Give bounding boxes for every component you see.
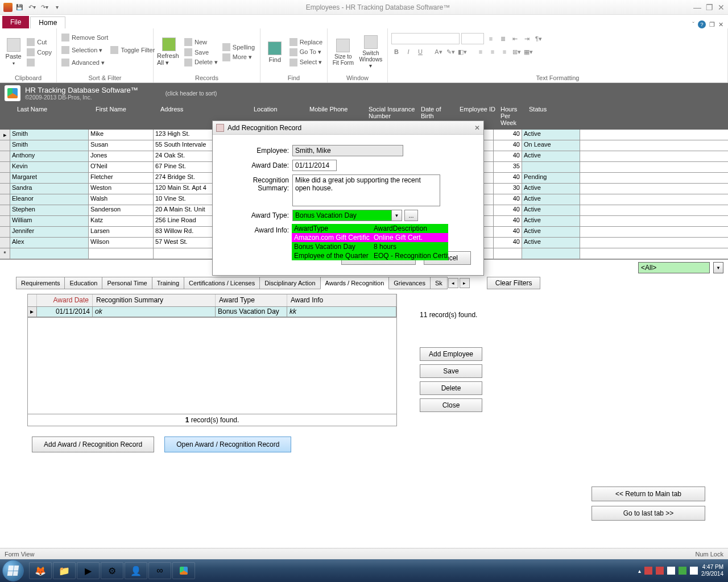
remove-sort-button[interactable]: Remove Sort [60, 33, 156, 42]
start-button[interactable] [2, 560, 24, 581]
size-to-fit-button[interactable]: Size to Fit Form [331, 31, 355, 73]
gridlines-button[interactable]: ⊞▾ [511, 47, 522, 57]
refresh-all-button[interactable]: Refresh All ▾ [157, 31, 181, 73]
advanced-filter-button[interactable]: Advanced ▾ [60, 58, 156, 67]
detail-tab[interactable]: Requirements [16, 277, 65, 289]
taskbar-hrapp-icon[interactable] [172, 562, 195, 579]
tray-network-icon[interactable] [679, 567, 686, 575]
tab-scroll-left[interactable]: ◂ [448, 278, 458, 288]
column-header[interactable]: Hours Per Week [498, 105, 527, 127]
select-button[interactable]: Select ▾ [288, 58, 324, 67]
side-button[interactable]: Add Employee [420, 347, 482, 361]
status-filter-combo[interactable]: <All> [638, 262, 710, 273]
add-award-button[interactable]: Add Award / Recognition Record [32, 436, 154, 452]
more-records-button[interactable]: More ▾ [221, 53, 256, 62]
clear-filters-button[interactable]: Clear Filters [487, 277, 541, 289]
detail-tab[interactable]: Training [152, 277, 184, 289]
awardtype-combo[interactable]: Bonus Vacation Day [292, 210, 392, 221]
detail-tab[interactable]: Disciplinary Action [259, 277, 320, 289]
bold-button[interactable]: B [391, 47, 402, 57]
awardtype-dropdown-icon[interactable]: ▼ [392, 210, 402, 221]
column-header[interactable]: Status [527, 105, 585, 127]
window-restore-icon[interactable]: ❐ [709, 21, 715, 28]
find-button[interactable]: Find [264, 31, 286, 73]
summary-field[interactable]: Mike did a great job supporting the rece… [292, 174, 440, 206]
awardtype-ellipsis-button[interactable]: ... [404, 210, 418, 221]
dialog-close-icon[interactable]: ✕ [474, 124, 480, 132]
side-button[interactable]: Close [420, 398, 482, 412]
format-painter-button[interactable] [26, 58, 53, 67]
paste-button[interactable]: Paste▾ [3, 31, 23, 73]
selection-button[interactable]: Selection ▾ Toggle Filter [60, 45, 156, 55]
delete-record-button[interactable]: Delete ▾ [183, 58, 219, 67]
taskbar-clock[interactable]: 4:47 PM 2/9/2014 [701, 564, 723, 577]
tray-volume-icon[interactable] [667, 567, 675, 575]
qat-customize-icon[interactable]: ▾ [51, 2, 63, 13]
column-header[interactable]: First Name [93, 105, 158, 127]
side-button[interactable]: Delete [420, 381, 482, 395]
col-award-info[interactable]: Award Info [287, 294, 396, 306]
help-icon[interactable]: ? [698, 20, 706, 28]
col-award-date[interactable]: Award Date [37, 294, 93, 306]
highlight-button[interactable]: ✎▾ [445, 47, 456, 57]
minimize-button[interactable]: — [693, 3, 701, 12]
taskbar-vs-icon[interactable]: ∞ [148, 562, 171, 579]
align-right-button[interactable]: ≡ [499, 47, 510, 57]
awardtype-dropdown-list[interactable]: AwardTypeAwardDescriptionAmazon.com Gift… [292, 224, 448, 260]
taskbar-explorer-icon[interactable]: 📁 [53, 562, 76, 579]
font-color-button[interactable]: A▾ [433, 47, 444, 57]
taskbar-firefox-icon[interactable]: 🦊 [29, 562, 52, 579]
return-main-tab-button[interactable]: << Return to Main tab [592, 487, 705, 501]
dropdown-option[interactable]: Bonus Vacation Day8 hours [292, 242, 448, 251]
altrow-button[interactable]: ▦▾ [523, 47, 533, 57]
home-tab[interactable]: Home [30, 16, 65, 28]
font-family-combo[interactable] [391, 33, 460, 44]
detail-tab[interactable]: Certifications / Licenses [184, 277, 260, 289]
align-center-button[interactable]: ≡ [487, 47, 498, 57]
detail-tab[interactable]: Personal Time [102, 277, 152, 289]
close-button[interactable]: ✕ [718, 3, 725, 12]
awards-subgrid[interactable]: Award Date Recognition Summary Award Typ… [27, 294, 397, 318]
font-size-combo[interactable] [461, 33, 484, 44]
tray-icon-1[interactable] [644, 567, 652, 575]
switch-windows-button[interactable]: Switch Windows ▾ [358, 31, 384, 73]
go-last-tab-button[interactable]: Go to last tab >> [592, 506, 705, 521]
detail-tab[interactable]: Education [64, 277, 102, 289]
file-tab[interactable]: File [2, 16, 29, 28]
dropdown-option[interactable]: Employee of the QuarterEOQ - Recognition… [292, 251, 448, 260]
numbering-icon[interactable]: ≣ [498, 34, 508, 44]
indent-inc-icon[interactable]: ⇥ [522, 34, 532, 44]
open-award-button[interactable]: Open Award / Recognition Record [164, 436, 291, 452]
awarddate-field[interactable]: 01/11/2014 [292, 160, 337, 171]
detail-tab[interactable]: Awards / Recognition [320, 277, 390, 289]
new-record-button[interactable]: New [183, 38, 219, 47]
ribbon-minimize-icon[interactable]: ˇ [692, 21, 694, 28]
tab-scroll-right[interactable]: ▸ [460, 278, 470, 288]
column-header[interactable]: Last Name [15, 105, 93, 127]
col-award-type[interactable]: Award Type [216, 294, 287, 306]
dialog-titlebar[interactable]: Add Recognition Record ✕ [213, 121, 483, 135]
replace-button[interactable]: Replace [288, 38, 324, 47]
tray-flag-icon[interactable] [690, 567, 698, 575]
taskbar-app2-icon[interactable]: 👤 [125, 562, 147, 579]
qat-save-icon[interactable]: 💾 [14, 2, 25, 13]
align-left-button[interactable]: ≡ [475, 47, 486, 57]
italic-button[interactable]: I [403, 47, 413, 57]
filter-dropdown-icon[interactable]: ▼ [713, 262, 723, 273]
copy-button[interactable]: Copy [26, 48, 53, 57]
taskbar-app1-icon[interactable]: ⚙ [101, 562, 123, 579]
bullets-icon[interactable]: ≡ [486, 34, 496, 44]
spelling-button[interactable]: Spelling [221, 43, 256, 52]
maximize-button[interactable]: ❐ [706, 3, 713, 12]
indent-dec-icon[interactable]: ⇤ [510, 34, 520, 44]
para-icon[interactable]: ¶▾ [533, 34, 544, 44]
underline-button[interactable]: U [415, 47, 425, 57]
fill-button[interactable]: ◧▾ [457, 47, 468, 57]
detail-tab[interactable]: Sk [430, 277, 448, 289]
save-record-button[interactable]: Save [183, 48, 219, 57]
tray-expand-icon[interactable]: ▴ [638, 568, 641, 574]
cut-button[interactable]: Cut [26, 38, 53, 47]
window-close-icon[interactable]: ✕ [718, 21, 723, 28]
col-recognition-summary[interactable]: Recognition Summary [93, 294, 216, 306]
goto-button[interactable]: Go To ▾ [288, 48, 324, 57]
